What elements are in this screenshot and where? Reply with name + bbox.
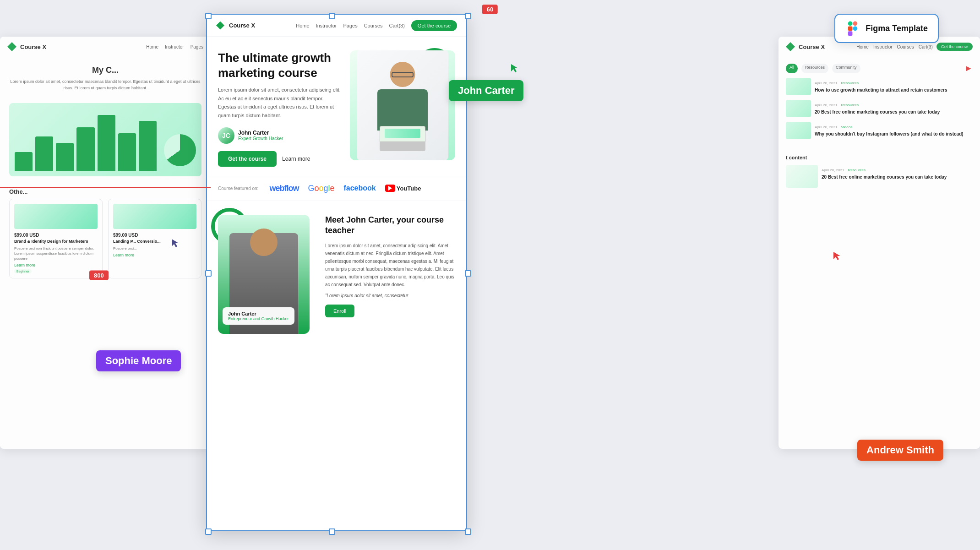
left-panel-logo-text: Course X xyxy=(20,44,46,50)
mp-nav-cart[interactable]: Cart(3) xyxy=(389,23,405,28)
chart-bar-6 xyxy=(118,133,136,171)
svg-rect-4 xyxy=(848,31,853,36)
selection-handle-bm xyxy=(329,528,335,535)
teacher-image-wrap: John Carter Entrepreneur and Growth Hack… xyxy=(218,215,314,334)
course-card-1: $99.00 USD Brand & Identity Design for M… xyxy=(9,199,103,278)
course-card-2: $99.00 USD Landing P... Conversio... Pos… xyxy=(108,199,201,278)
selection-handle-mr xyxy=(465,270,471,277)
learn-more-button[interactable]: Learn more xyxy=(282,156,310,162)
svg-rect-3 xyxy=(853,26,858,31)
left-panel-header: Course X Home Instructor Pages xyxy=(0,37,211,57)
rp-big-resource-1-cat: Resources xyxy=(848,168,866,172)
teacher-testimonial: "Lorem ipsum dolor sit amet, consectetur xyxy=(325,293,455,298)
main-panel-hero-image xyxy=(350,50,455,160)
figma-template-title: Figma Template xyxy=(866,24,928,33)
rp-resource-1-title: How to use growth marketing to attract a… xyxy=(815,87,973,93)
rp-tag-resources[interactable]: Resources xyxy=(801,64,828,73)
mp-nav-instructor[interactable]: Instructor xyxy=(316,23,337,28)
rp-resource-3: April 20, 2021 Videos Why you shouldn't … xyxy=(786,122,973,139)
mp-nav-courses[interactable]: Courses xyxy=(364,23,383,28)
course-card-2-link[interactable]: Learn more xyxy=(113,253,196,257)
rp-tag-community[interactable]: Community xyxy=(832,64,860,73)
right-panel-cta-button[interactable]: Get the course xyxy=(936,43,973,51)
right-panel: Course X Home Instructor Courses Cart(3)… xyxy=(779,37,980,449)
rp-resource-1-date: April 20, 2021 xyxy=(815,81,837,85)
cursor-arrow-right-panel: ► xyxy=(964,64,973,73)
hero-laptop-screen-content xyxy=(385,129,420,138)
main-panel: Course X Home Instructor Pages Courses C… xyxy=(206,14,467,531)
featured-label: Course featured on: xyxy=(218,186,258,191)
rp-resource-3-cat: Videos xyxy=(841,125,852,129)
right-panel-logo-icon xyxy=(786,42,795,51)
main-panel-nav-cta[interactable]: Get the course xyxy=(411,20,457,31)
teacher-section-title: Meet John Carter, your course teacher xyxy=(325,215,455,236)
left-panel-chart xyxy=(9,103,201,176)
teacher-cta-button[interactable]: Enroll xyxy=(325,305,354,317)
rp-nav-cart: Cart(3) xyxy=(919,44,933,49)
svg-marker-7 xyxy=(833,252,840,260)
andrew-smith-label: Andrew Smith xyxy=(857,440,943,461)
selection-handle-br xyxy=(465,528,471,535)
hero-glasses xyxy=(392,72,414,77)
cursor-arrow-purple-2 xyxy=(171,238,181,251)
rp-big-resource-1-meta: April 20, 2021 Resources 20 Best free on… xyxy=(822,165,973,188)
lp-nav-instructor: Instructor xyxy=(165,44,184,49)
selection-handle-tr xyxy=(465,13,471,19)
main-panel-hero-desc: Lorem ipsum dolor sit amet, consectetur … xyxy=(218,86,341,120)
main-panel-nav-links: Home Instructor Pages Courses Cart(3) xyxy=(296,23,405,28)
left-panel-courses-section: Othe... $99.00 USD Brand & Identity Desi… xyxy=(0,184,211,283)
john-carter-label: John Carter xyxy=(449,80,523,101)
svg-marker-6 xyxy=(172,239,179,247)
figma-template-badge: Figma Template xyxy=(834,14,939,43)
hero-body xyxy=(377,89,428,131)
chart-bar-4 xyxy=(76,127,94,171)
rp-resource-1-cat: Resources xyxy=(841,81,859,85)
cursor-arrow-red-3 xyxy=(833,251,843,264)
selection-handle-ml xyxy=(205,270,212,277)
mp-nav-pages[interactable]: Pages xyxy=(343,23,357,28)
main-panel-teacher-section: John Carter Entrepreneur and Growth Hack… xyxy=(207,201,466,348)
left-panel-nav: Home Instructor Pages xyxy=(146,44,203,49)
get-course-button[interactable]: Get the course xyxy=(218,151,277,167)
rp-big-resource-1: April 20, 2021 Resources 20 Best free on… xyxy=(786,165,973,188)
cursor-arrow-green-1 xyxy=(510,63,520,76)
teacher-caption-name: John Carter xyxy=(228,311,289,316)
teacher-desc: Lorem ipsum dolor sit amet, consectetur … xyxy=(325,242,455,289)
chart-bar-2 xyxy=(35,136,53,171)
selection-handle-tm xyxy=(329,13,335,19)
rp-nav-instructor: Instructor xyxy=(873,44,893,49)
svg-rect-2 xyxy=(848,26,853,31)
featured-logos: webflow Google facebook YouTube xyxy=(269,184,421,193)
chart-bar-1 xyxy=(15,152,33,171)
selection-handle-tl xyxy=(205,13,212,19)
hero-laptop xyxy=(380,126,425,151)
facebook-logo: facebook xyxy=(343,184,376,192)
chart-bar-3 xyxy=(56,143,74,171)
rp-resource-2: April 20, 2021 Resources 20 Best free on… xyxy=(786,100,973,117)
rp-resource-1: April 20, 2021 Resources How to use grow… xyxy=(786,78,973,95)
rp-resource-3-date: April 20, 2021 xyxy=(815,125,837,129)
mp-nav-home[interactable]: Home xyxy=(296,23,309,28)
rp-nav-courses: Courses xyxy=(897,44,914,49)
rp-resource-3-thumb xyxy=(786,122,811,139)
main-panel-author-info: John Carter Expert Growth Hacker xyxy=(238,130,283,141)
youtube-logo: YouTube xyxy=(385,185,421,192)
teacher-head xyxy=(250,229,278,256)
rp-tag-all[interactable]: All xyxy=(786,64,798,73)
main-panel-logo-icon xyxy=(216,22,224,30)
teacher-caption: John Carter Entrepreneur and Growth Hack… xyxy=(223,307,294,325)
rp-resource-2-cat: Resources xyxy=(841,103,859,107)
course-card-1-price: $99.00 USD xyxy=(14,233,98,238)
rp-resource-3-title: Why you shouldn't buy Instagram follower… xyxy=(815,131,973,137)
dimension-label-left: 800 xyxy=(89,270,109,280)
left-panel-hero-desc: Lorem ipsum dolor sit amet, consectetur … xyxy=(9,79,201,91)
svg-marker-5 xyxy=(511,64,518,72)
main-panel-hero-buttons: Get the course Learn more xyxy=(218,151,341,167)
teacher-content: Meet John Carter, your course teacher Lo… xyxy=(325,215,455,334)
rp-big-resource-1-title: 20 Best free online marketing courses yo… xyxy=(822,174,973,180)
course-card-1-desc: Posuere orci non tincidunt posuere sempe… xyxy=(14,246,98,261)
rp-nav-home: Home xyxy=(856,44,869,49)
main-panel-hero-title: The ultimate growth marketing course xyxy=(218,50,341,80)
teacher-caption-role: Entrepreneur and Growth Hacker xyxy=(228,316,289,321)
course-card-1-link[interactable]: Learn more xyxy=(14,263,98,267)
